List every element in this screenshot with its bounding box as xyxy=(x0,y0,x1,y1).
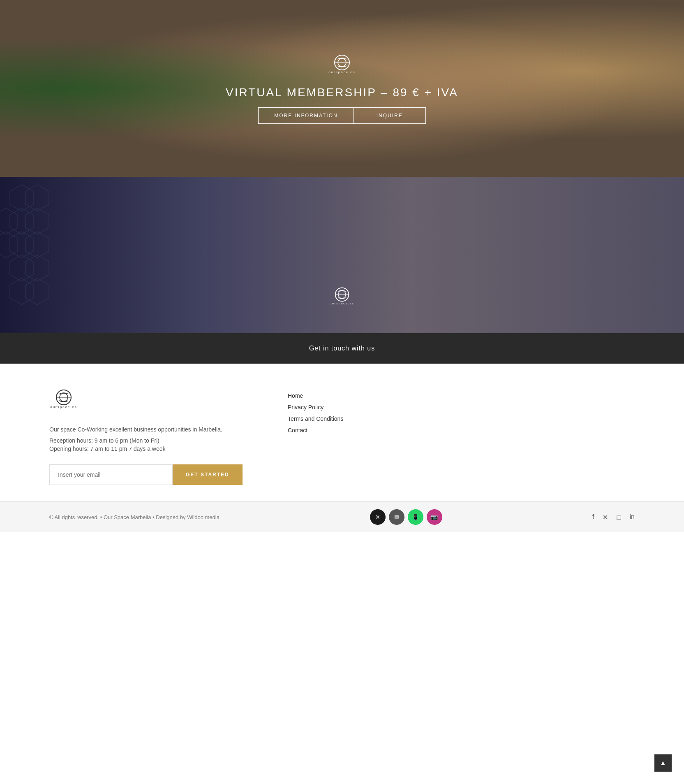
more-info-button[interactable]: MORE INFORMATION xyxy=(258,107,354,124)
touch-text: Get in touch with us xyxy=(8,345,676,352)
twitter-icon: ✕ xyxy=(375,514,380,520)
hero-title: VIRTUAL MEMBERSHIP – 89 € + IVA xyxy=(226,86,458,99)
footer-nav-contact[interactable]: Contact xyxy=(288,427,370,434)
footer-description: Our space Co-Working excellent business … xyxy=(49,425,263,434)
social-share-buttons: ✕ ✉ 📱 📷 xyxy=(370,509,442,525)
twitter-link[interactable]: ✕ xyxy=(603,513,608,521)
copyright-text: © All rights reserved. • Our Space Marbe… xyxy=(49,514,220,520)
footer-main: ourspace.es Our space Co-Working excelle… xyxy=(0,364,684,501)
linkedin-link[interactable]: in xyxy=(630,513,635,521)
footer-nav-privacy[interactable]: Privacy Policy xyxy=(288,404,370,411)
twitter-share-button[interactable]: ✕ xyxy=(370,509,386,525)
svg-text:ourspace.es: ourspace.es xyxy=(50,405,77,409)
hero-section: ourspace.es VIRTUAL MEMBERSHIP – 89 € + … xyxy=(0,0,684,177)
footer-reception-hours: Reception hours: 9 am to 6 pm (Mon to Fr… xyxy=(49,437,263,444)
cowork-section: ourspace.es xyxy=(0,177,684,333)
cowork-logo: ourspace.es xyxy=(329,286,356,308)
social-follow-links: f ✕ ◻ in xyxy=(592,513,635,521)
svg-text:ourspace.es: ourspace.es xyxy=(328,70,356,74)
email-input[interactable] xyxy=(49,464,173,485)
email-share-button[interactable]: ✉ xyxy=(389,509,404,525)
hero-logo: ourspace.es xyxy=(328,53,356,78)
touch-section: Get in touch with us xyxy=(0,333,684,364)
instagram-link[interactable]: ◻ xyxy=(616,513,622,521)
inquire-button[interactable]: INQUIRE xyxy=(354,107,426,124)
whatsapp-icon: 📱 xyxy=(412,514,419,520)
instagram-share-button[interactable]: 📷 xyxy=(427,509,442,525)
email-form: GET STARTED xyxy=(49,464,263,485)
footer-nav-home[interactable]: Home xyxy=(288,392,370,399)
get-started-button[interactable]: GET STARTED xyxy=(173,464,243,485)
instagram-icon: 📷 xyxy=(431,514,438,520)
footer-nav-terms[interactable]: Terms and Conditions xyxy=(288,415,370,422)
email-icon: ✉ xyxy=(394,514,399,520)
footer-left: ourspace.es Our space Co-Working excelle… xyxy=(49,388,263,485)
hex-pattern-decoration xyxy=(0,177,82,333)
bottom-bar: © All rights reserved. • Our Space Marbe… xyxy=(0,501,684,532)
hero-buttons: MORE INFORMATION INQUIRE xyxy=(258,107,425,124)
svg-text:ourspace.es: ourspace.es xyxy=(330,302,354,305)
cowork-background xyxy=(0,177,684,333)
footer-opening-hours: Opening hours: 7 am to 11 pm 7 days a we… xyxy=(49,445,263,452)
whatsapp-share-button[interactable]: 📱 xyxy=(408,509,423,525)
facebook-link[interactable]: f xyxy=(592,513,594,521)
footer-nav: Home Privacy Policy Terms and Conditions… xyxy=(288,388,370,485)
footer-logo: ourspace.es xyxy=(49,388,263,413)
